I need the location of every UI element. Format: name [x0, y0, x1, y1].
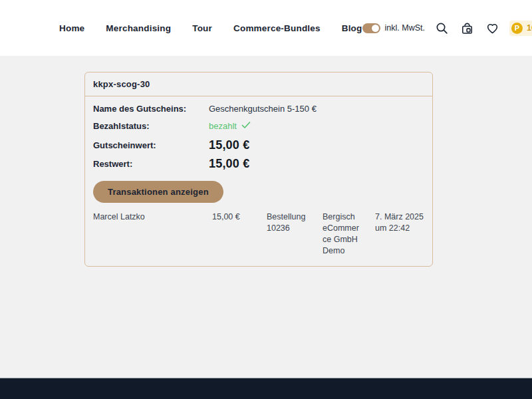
nav-item-home[interactable]: Home: [59, 23, 84, 33]
top-navigation-bar: Home Merchandising Tour Commerce-Bundles…: [0, 0, 532, 56]
voucher-value-amount: 15,00 €: [209, 138, 249, 152]
payment-status-row: Bezahlstatus: bezahlt: [93, 120, 424, 132]
show-transactions-button[interactable]: Transaktionen anzeigen: [93, 181, 223, 203]
transaction-customer: Marcel Latzko: [93, 211, 212, 257]
remaining-value-label: Restwert:: [93, 159, 209, 169]
transaction-row: Marcel Latzko 15,00 € Bestellung 10236 B…: [93, 211, 424, 257]
header-actions: inkl. MwSt.: [362, 21, 532, 36]
toggle-on-icon[interactable]: [362, 23, 380, 33]
payment-status-value: bezahlt: [209, 120, 251, 132]
toggle-knob: [372, 25, 379, 32]
check-icon: [241, 120, 251, 132]
voucher-name-row: Name des Gutscheins: Geschenkgutschein 5…: [93, 104, 424, 114]
page-content: kkpx-scog-30 Name des Gutscheins: Gesche…: [0, 56, 532, 378]
page-footer: [0, 378, 532, 399]
nav-item-commerce-bundles[interactable]: Commerce-Bundles: [233, 23, 321, 33]
loyalty-points-dropdown[interactable]: P 1660: [509, 21, 532, 36]
nav-item-merchandising[interactable]: Merchandising: [106, 23, 171, 33]
search-button[interactable]: [434, 21, 450, 35]
voucher-card-body: Name des Gutscheins: Geschenkgutschein 5…: [85, 96, 432, 266]
main-nav: Home Merchandising Tour Commerce-Bundles…: [59, 23, 362, 33]
payment-status-label: Bezahlstatus:: [93, 121, 209, 131]
voucher-code: kkpx-scog-30: [85, 72, 432, 96]
nav-item-tour[interactable]: Tour: [192, 23, 212, 33]
voucher-name-label: Name des Gutscheins:: [93, 104, 209, 114]
shopping-bag-icon: [460, 21, 474, 35]
voucher-value-label: Gutscheinwert:: [93, 140, 209, 150]
vat-toggle[interactable]: inkl. MwSt.: [362, 23, 425, 33]
payment-status-text: bezahlt: [209, 121, 237, 131]
remaining-value-amount: 15,00 €: [209, 157, 249, 171]
transaction-order: Bestellung 10236: [267, 211, 308, 257]
voucher-name-value: Geschenkgutschein 5-150 €: [209, 104, 317, 114]
points-icon: P: [511, 23, 523, 34]
heart-icon: [485, 21, 499, 35]
transaction-amount: 15,00 €: [212, 211, 267, 257]
nav-item-blog[interactable]: Blog: [342, 23, 362, 33]
voucher-card: kkpx-scog-30 Name des Gutscheins: Gesche…: [84, 72, 433, 267]
voucher-value-row: Gutscheinwert: 15,00 €: [93, 138, 424, 152]
wishlist-button[interactable]: [484, 21, 501, 35]
cart-button[interactable]: [459, 21, 475, 35]
transaction-company: Bergisch eCommerce GmbH Demo: [323, 211, 361, 257]
points-value: 1660: [527, 23, 532, 33]
search-icon: [435, 21, 449, 35]
remaining-value-row: Restwert: 15,00 €: [93, 157, 424, 171]
vat-toggle-label: inkl. MwSt.: [385, 23, 425, 33]
transaction-date: 7. März 2025 um 22:42: [375, 211, 426, 257]
